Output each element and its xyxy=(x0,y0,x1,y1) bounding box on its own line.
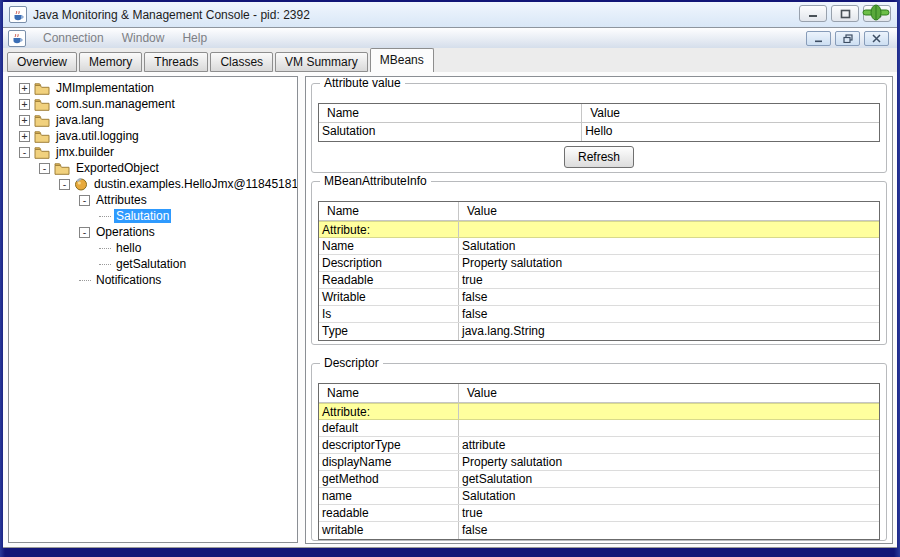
table-row[interactable]: nameSalutation xyxy=(319,488,879,505)
column-header-value[interactable]: Value xyxy=(459,384,879,402)
cell-value: Property salutation xyxy=(459,454,879,470)
folder-icon-wrap xyxy=(34,130,50,143)
frame-minimize-button[interactable] xyxy=(806,31,831,46)
cell-name: Writable xyxy=(319,289,459,305)
title-bar[interactable]: Java Monitoring & Management Console - p… xyxy=(3,2,897,27)
minimize-button[interactable] xyxy=(799,5,827,22)
groupbox-title: Descriptor xyxy=(320,356,383,370)
jconsole-window: Java Monitoring & Management Console - p… xyxy=(0,0,900,557)
table-row[interactable]: NameSalutation xyxy=(319,238,879,255)
frame-restore-button[interactable] xyxy=(835,31,860,46)
column-header-name[interactable]: Name xyxy=(319,384,459,402)
mbean-icon-wrap xyxy=(74,177,88,191)
collapse-toggle-icon[interactable]: - xyxy=(79,195,90,206)
tab-overview[interactable]: Overview xyxy=(7,52,77,72)
maximize-icon xyxy=(840,9,851,19)
maximize-button[interactable] xyxy=(831,5,859,22)
window-title: Java Monitoring & Management Console - p… xyxy=(33,8,310,22)
tree-node-getsalutation[interactable]: getSalutation xyxy=(9,256,297,272)
tab-threads[interactable]: Threads xyxy=(144,52,208,72)
tab-memory[interactable]: Memory xyxy=(79,52,142,72)
table-row[interactable]: getMethodgetSalutation xyxy=(319,471,879,488)
table-header-row: NameValue xyxy=(319,104,879,123)
frame-close-button[interactable] xyxy=(864,31,889,46)
table-row[interactable]: Attribute: xyxy=(319,221,879,238)
folder-icon xyxy=(34,82,50,95)
table-row[interactable]: readabletrue xyxy=(319,505,879,522)
tree-node-label: ExportedObject xyxy=(74,161,161,175)
column-header-value[interactable]: Value xyxy=(582,104,879,122)
collapse-toggle-icon[interactable]: - xyxy=(79,227,90,238)
tree-node-com-sun-management[interactable]: +com.sun.management xyxy=(9,96,297,112)
table-row[interactable]: Writablefalse xyxy=(319,289,879,306)
cell-name: default xyxy=(319,420,459,436)
table-header-row: NameValue xyxy=(319,202,879,221)
tab-mbeans[interactable]: MBeans xyxy=(370,48,434,72)
tree-node-salutation[interactable]: Salutation xyxy=(9,208,297,224)
table-row[interactable]: descriptorTypeattribute xyxy=(319,437,879,454)
cell-name: writable xyxy=(319,522,459,539)
cell-name: displayName xyxy=(319,454,459,470)
folder-icon xyxy=(34,98,50,111)
tree-node-label: hello xyxy=(114,241,143,255)
tree-node-label: jmx.builder xyxy=(54,145,116,159)
folder-icon xyxy=(54,162,70,175)
table-row[interactable]: SalutationHello xyxy=(319,123,879,141)
table-row[interactable]: Readabletrue xyxy=(319,272,879,289)
table-row[interactable]: Attribute: xyxy=(319,403,879,420)
column-header-name[interactable]: Name xyxy=(319,104,582,122)
tree-guide-line xyxy=(99,216,111,217)
frame-icon xyxy=(8,30,26,47)
tree-node-operations[interactable]: -Operations xyxy=(9,224,297,240)
tree-node-jmimplementation[interactable]: +JMImplementation xyxy=(9,80,297,96)
menu-item-connection[interactable]: Connection xyxy=(34,29,113,47)
cell-name: Salutation xyxy=(319,123,582,141)
cell-value xyxy=(459,404,879,419)
table-row[interactable]: writablefalse xyxy=(319,522,879,539)
tree-node-exportedobject[interactable]: -ExportedObject xyxy=(9,160,297,176)
column-header-value[interactable]: Value xyxy=(459,202,879,220)
collapse-toggle-icon[interactable]: - xyxy=(59,179,70,190)
table-row[interactable]: Isfalse xyxy=(319,306,879,323)
expand-toggle-icon[interactable]: + xyxy=(19,99,30,110)
expand-toggle-icon[interactable]: + xyxy=(19,83,30,94)
column-header-name[interactable]: Name xyxy=(319,202,459,220)
menu-item-help[interactable]: Help xyxy=(173,29,216,47)
tree-guide-line xyxy=(99,264,111,265)
mbean-icon xyxy=(74,177,88,191)
cell-name: readable xyxy=(319,505,459,521)
collapse-toggle-icon[interactable]: - xyxy=(19,147,30,158)
tab-vm-summary[interactable]: VM Summary xyxy=(275,52,368,72)
refresh-button[interactable]: Refresh xyxy=(564,146,634,168)
tree-node-java-lang[interactable]: +java.lang xyxy=(9,112,297,128)
mbean-tree[interactable]: +JMImplementation+com.sun.management+jav… xyxy=(8,76,298,543)
folder-icon-wrap xyxy=(34,98,50,111)
connected-status-icon xyxy=(862,4,890,25)
collapse-toggle-icon[interactable]: - xyxy=(39,163,50,174)
expand-toggle-icon[interactable]: + xyxy=(19,115,30,126)
tree-node-java-util-logging[interactable]: +java.util.logging xyxy=(9,128,297,144)
cell-value: false xyxy=(459,289,879,305)
cell-value: true xyxy=(459,272,879,288)
table-row[interactable]: default xyxy=(319,420,879,437)
mbean-attribute-info-table: NameValueAttribute:NameSalutationDescrip… xyxy=(318,201,880,341)
cell-name: getMethod xyxy=(319,471,459,487)
tree-node-attributes[interactable]: -Attributes xyxy=(9,192,297,208)
tree-node-notifications[interactable]: Notifications xyxy=(9,272,297,288)
frame-minimize-icon xyxy=(814,34,823,43)
expand-toggle-icon[interactable]: + xyxy=(19,131,30,142)
cell-name: Is xyxy=(319,306,459,322)
table-row[interactable]: displayNameProperty salutation xyxy=(319,454,879,471)
tab-classes[interactable]: Classes xyxy=(210,52,273,72)
tree-node-jmx-builder[interactable]: -jmx.builder xyxy=(9,144,297,160)
tree-node-label: Attributes xyxy=(94,193,149,207)
table-row[interactable]: DescriptionProperty salutation xyxy=(319,255,879,272)
tree-node-dustin-examples-hellojmx-11845181[interactable]: -dustin.examples.HelloJmx@11845181 xyxy=(9,176,297,192)
tree-node-hello[interactable]: hello xyxy=(9,240,297,256)
tree-node-label: Salutation xyxy=(114,209,171,223)
descriptor-table: NameValueAttribute:defaultdescriptorType… xyxy=(318,383,880,540)
java-app-icon xyxy=(9,6,27,23)
menu-item-window[interactable]: Window xyxy=(113,29,174,47)
cell-value: false xyxy=(459,522,879,539)
table-row[interactable]: Typejava.lang.String xyxy=(319,323,879,340)
